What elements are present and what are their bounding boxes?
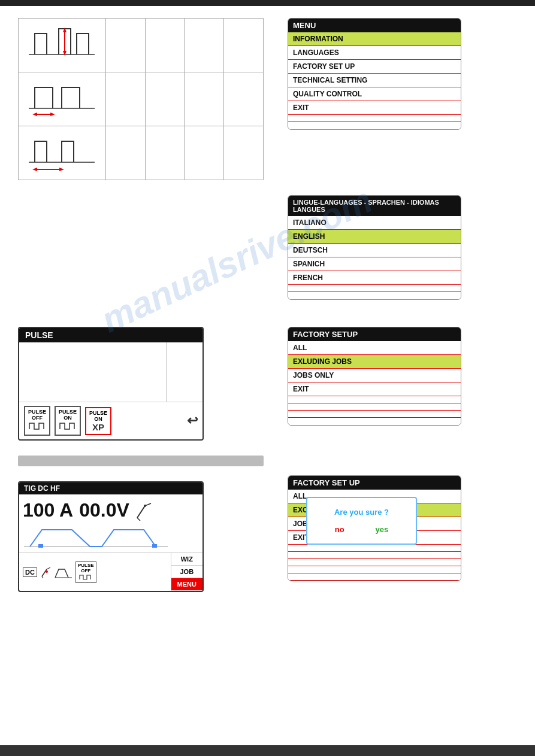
factory2-empty-4: [288, 566, 461, 573]
section-1: MENU INFORMATION LANGUAGES FACTORY SET U…: [18, 18, 517, 180]
job-button[interactable]: JOB: [171, 566, 202, 578]
factory-setup-confirm-section: FACTORY SET UP ALL EXCLU JOBS EXIT Are y…: [288, 475, 461, 593]
factory-setup-2-title: FACTORY SET UP: [288, 476, 461, 490]
tig-main-row: 100 A 00.0V: [19, 494, 202, 524]
confirm-yes-button[interactable]: yes: [375, 525, 388, 534]
factory-item-all[interactable]: ALL: [288, 341, 461, 355]
section-4: TIG DC HF 100 A 00.0V: [18, 475, 517, 593]
menu-item-exit[interactable]: EXIT: [288, 101, 461, 115]
factory-item-exit[interactable]: EXIT: [288, 382, 461, 396]
gray-separator: [18, 456, 264, 466]
wave-cell-empty-4: [224, 19, 264, 72]
lang-empty-2: [288, 292, 461, 299]
pulse-xp-button[interactable]: PULSEON XP: [85, 407, 111, 435]
ramp-icon: [54, 566, 73, 579]
svg-marker-11: [59, 168, 64, 171]
pulse-xp-text: XP: [89, 422, 107, 432]
pulse-on-button[interactable]: PULSEON: [55, 406, 81, 436]
torch-down-icon: [40, 566, 52, 579]
wave-cell-empty-5: [105, 72, 145, 126]
pulse-off-button[interactable]: PULSEOFF: [24, 406, 50, 436]
waveform-section: [18, 18, 276, 180]
lang-item-french[interactable]: FRENCH: [288, 271, 461, 285]
wave-cell-empty-12: [224, 126, 264, 180]
amplitude-wave-svg: [26, 22, 98, 66]
factory2-empty-1: [288, 545, 461, 552]
languages-section: LINGUE-LANGUAGES - SPRACHEN - IDIOMAS LA…: [288, 195, 461, 312]
tig-buttons: WIZ JOB MENU: [171, 553, 202, 591]
pulse-off-label: PULSEOFF: [28, 409, 46, 421]
wave-cell-empty-1: [105, 19, 145, 72]
svg-rect-18: [152, 544, 157, 548]
wave-cell-empty-3: [185, 19, 224, 72]
factory-item-jobs-only[interactable]: JOBS ONLY: [288, 369, 461, 382]
tig-volts: 00.0V: [79, 499, 129, 521]
pulse-on-label: PULSEON: [59, 409, 77, 421]
svg-point-14: [144, 505, 146, 507]
pulse-body-right: [167, 342, 202, 402]
bottom-bar: [0, 745, 535, 756]
section-2: LINGUE-LANGUAGES - SPRACHEN - IDIOMAS LA…: [18, 195, 517, 312]
menu-item-technical-setting[interactable]: TECHNICAL SETTING: [288, 74, 461, 87]
factory2-empty-2: [288, 552, 461, 559]
wave-cell-empty-6: [145, 72, 185, 126]
menu-button[interactable]: MENU: [171, 578, 202, 591]
pulse-body: [19, 342, 202, 402]
wave-cell-empty-11: [185, 126, 224, 180]
section-2-left-empty: [18, 195, 276, 291]
factory-empty-1: [288, 396, 461, 403]
factory-empty-3: [288, 411, 461, 418]
factory-setup-box: FACTORY SETUP ALL EXLUDING JOBS JOBS ONL…: [288, 327, 461, 426]
factory-setup-section: FACTORY SETUP ALL EXLUDING JOBS JOBS ONL…: [288, 327, 461, 438]
wave-cell-empty-7: [185, 72, 224, 126]
tig-bottom-row: DC: [19, 552, 202, 591]
confirm-question: Are you sure ?: [319, 508, 404, 517]
svg-line-15: [137, 518, 140, 521]
tig-ramp-svg: [24, 524, 168, 548]
menu-item-quality-control[interactable]: QUALITY CONTROL: [288, 87, 461, 101]
back-arrow-button[interactable]: ↩: [187, 413, 198, 429]
lang-item-spanich[interactable]: SPANICH: [288, 257, 461, 271]
wave-cell-width: [19, 72, 106, 126]
menu-box: MENU INFORMATION LANGUAGES FACTORY SET U…: [288, 18, 461, 130]
factory-item-exluding-jobs[interactable]: EXLUDING JOBS: [288, 355, 461, 369]
wave-cell-empty-8: [224, 72, 264, 126]
wave-cell-period: [19, 126, 106, 180]
menu-item-factory-setup[interactable]: FACTORY SET UP: [288, 60, 461, 74]
lang-item-italiano[interactable]: ITALIANO: [288, 216, 461, 230]
pulse-panel: PULSE PULSEOFF PULSEON: [18, 327, 204, 441]
menu-title: MENU: [288, 19, 461, 32]
factory-setup-title: FACTORY SETUP: [288, 327, 461, 341]
table-row: [19, 126, 264, 180]
pulse-bottom-row: PULSEOFF PULSEON PULSEON: [19, 402, 202, 439]
tig-bottom-left: DC: [19, 553, 171, 591]
menu-item-empty-1: [288, 115, 461, 122]
tig-amps: 100 A: [23, 499, 73, 521]
lang-item-english[interactable]: ENGLISH: [288, 230, 461, 244]
pulse-xp-label: PULSEON: [89, 410, 107, 422]
svg-line-20: [47, 567, 50, 569]
tig-panel: TIG DC HF 100 A 00.0V: [18, 481, 204, 592]
tig-wave-area: [19, 524, 202, 552]
table-row: [19, 72, 264, 126]
confirm-buttons-row: no yes: [319, 525, 404, 534]
svg-line-21: [42, 576, 43, 578]
wave-cell-empty-2: [145, 19, 185, 72]
svg-marker-10: [32, 168, 37, 171]
factory-empty-4: [288, 418, 461, 425]
svg-point-22: [46, 570, 48, 573]
confirm-no-button[interactable]: no: [335, 525, 344, 534]
period-wave-svg: [26, 129, 98, 174]
wave-cell-empty-9: [105, 126, 145, 180]
menu-item-languages[interactable]: LANGUAGES: [288, 46, 461, 60]
wiz-button[interactable]: WIZ: [171, 553, 202, 566]
lang-item-deutsch[interactable]: DEUTSCH: [288, 244, 461, 257]
factory2-empty-5: [288, 573, 461, 581]
pulse-off-tig-icon: PULSE OFF: [75, 561, 96, 583]
svg-marker-3: [63, 51, 67, 56]
pulse-off-icon: [28, 421, 46, 432]
pulse-on-icon: [59, 421, 77, 432]
tig-torch-icon: [134, 500, 152, 521]
menu-item-information[interactable]: INFORMATION: [288, 32, 461, 46]
menu-section: MENU INFORMATION LANGUAGES FACTORY SET U…: [288, 18, 461, 142]
